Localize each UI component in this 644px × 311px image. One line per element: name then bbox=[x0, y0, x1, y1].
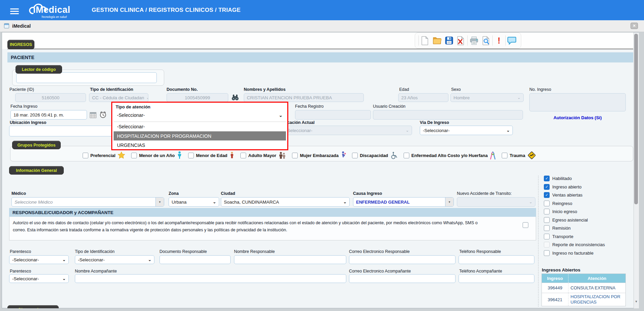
warning-icon[interactable]: ! bbox=[493, 35, 505, 46]
tab-ingresos-label: INGRESOS bbox=[10, 42, 32, 47]
parentesco-responsable-select[interactable]: -Seleccionar-⌄ bbox=[9, 255, 69, 264]
sexo-label: Sexo bbox=[451, 87, 461, 92]
section-responsable: RESPONSABLE/CUIDADOR y ACOMPAÑANTE bbox=[9, 208, 536, 217]
menor-un-ano-checkbox[interactable] bbox=[131, 153, 137, 158]
nombre-acompanante-input[interactable] bbox=[75, 274, 346, 283]
ubicacion-actual-select: -Seleccionar-⌄ bbox=[283, 126, 412, 135]
grupo-enfermedad-alto-costo: Enfermedad Alto Costo y/o Huerfana bbox=[404, 151, 496, 160]
telefono-responsable-input[interactable] bbox=[459, 255, 534, 264]
discapacidad-checkbox[interactable] bbox=[352, 153, 358, 158]
nombres-field: CRISTIAN ATENCION PRUEBA PRUEBA bbox=[244, 93, 364, 102]
enfermedad-alto-costo-checkbox[interactable] bbox=[404, 153, 409, 158]
adulto-mayor-checkbox[interactable] bbox=[240, 153, 246, 158]
grupo-menor-edad: Menor de Edad bbox=[188, 152, 235, 159]
print-icon[interactable] bbox=[468, 35, 480, 46]
ciudad-select[interactable]: Soacha, CUNDINAMARCA⌄ bbox=[221, 197, 350, 207]
documento-value: 1005450999 bbox=[185, 95, 210, 100]
tipo-identificacion-responsable-select[interactable]: -Seleccionar-⌄ bbox=[75, 255, 154, 264]
chevron-down-icon: ⌄ bbox=[277, 113, 283, 118]
nombre-responsable-input[interactable] bbox=[234, 255, 346, 264]
consent-checkbox[interactable] bbox=[523, 222, 528, 228]
transporte-checkbox[interactable] bbox=[544, 234, 550, 239]
app-logo[interactable]: iMedical Tecnología en salud bbox=[30, 1, 74, 20]
grupo-mujer-embarazada: Mujer Embarazada bbox=[292, 151, 346, 159]
table-row[interactable]: 396449 CONSULTA EXTERNA bbox=[542, 283, 625, 293]
chevron-down-icon: ⌄ bbox=[60, 276, 66, 281]
egreso-asistencial-checkbox[interactable] bbox=[544, 217, 550, 223]
correo-responsable-label: Correo Electronico Responsable bbox=[349, 249, 410, 254]
mujer-embarazada-checkbox[interactable] bbox=[292, 153, 298, 158]
autorizacion-datos-link[interactable]: Autorización Datos (Si) bbox=[529, 115, 626, 120]
fecha-ingreso-input[interactable]: 18 mar. 2026 05:41 p. m. bbox=[10, 110, 87, 120]
clock-icon[interactable] bbox=[99, 111, 107, 120]
breadcrumb[interactable]: GESTION CLINICA / REGISTROS CLINICOS / T… bbox=[92, 7, 241, 14]
habilitado-checkbox[interactable]: ✓ bbox=[544, 176, 550, 181]
tipo-identificacion-responsable-label: Tipo de Identificación bbox=[75, 249, 115, 254]
documento-field: 1005450999 bbox=[167, 93, 228, 102]
correo-responsable-input[interactable] bbox=[349, 255, 456, 264]
scrollbar-thumb[interactable] bbox=[634, 34, 638, 204]
zona-select[interactable]: Urbana⌄ bbox=[169, 197, 219, 207]
accidente-transito-label: Nuevo Accidente de Transito: bbox=[457, 191, 512, 196]
dropdown-option[interactable]: URGENCIAS bbox=[114, 141, 286, 150]
dropdown-option-highlighted[interactable]: HOSPITALIZACION POR PROGRAMACION bbox=[114, 131, 286, 140]
logo-subtitle: Tecnología en salud bbox=[41, 15, 67, 19]
via-ingreso-select[interactable]: -Seleccionar-⌄ bbox=[420, 126, 513, 135]
tipo-atencion-dropdown: Tipo de atención -Seleccionar- ⌄ -Selecc… bbox=[111, 102, 288, 150]
correo-acompanante-input[interactable] bbox=[349, 274, 456, 283]
new-document-icon[interactable] bbox=[419, 35, 431, 46]
toolbar-strip bbox=[2, 32, 634, 49]
print-preview-icon[interactable] bbox=[480, 35, 492, 46]
close-icon[interactable]: ✕ bbox=[631, 23, 638, 29]
ingreso-abierto-checkbox[interactable]: ✓ bbox=[544, 184, 550, 190]
lector-badge-label: Lector de código bbox=[22, 67, 56, 72]
reingreso-checkbox[interactable] bbox=[544, 201, 550, 206]
menor-edad-checkbox[interactable] bbox=[188, 153, 194, 158]
tipo-atencion-label: Tipo de atención bbox=[116, 104, 150, 109]
dropdown-button-icon[interactable]: ▼ bbox=[445, 198, 453, 206]
window-titlebar bbox=[0, 20, 644, 32]
consent-text: Autorizo el uso de mis datos de contacto… bbox=[13, 219, 488, 234]
tipo-atencion-select[interactable]: -Seleccionar- ⌄ bbox=[114, 110, 286, 120]
grupo-discapacidad: Discapacidad bbox=[352, 152, 398, 159]
dropdown-button-icon[interactable]: ▼ bbox=[155, 198, 164, 206]
documento-responsable-input[interactable] bbox=[159, 255, 231, 264]
causa-ingreso-combobox[interactable]: ENFERMEDAD GENERAL ▼ bbox=[353, 197, 454, 207]
flag-ventas-abiertas: ✓Ventas abiertas bbox=[544, 192, 583, 198]
ventas-abiertas-checkbox[interactable]: ✓ bbox=[544, 192, 550, 198]
remision-checkbox[interactable] bbox=[544, 225, 550, 231]
flag-inicio-egreso: Inicio egreso bbox=[544, 209, 577, 214]
search-patient-icon[interactable] bbox=[232, 94, 239, 102]
comment-icon[interactable] bbox=[506, 35, 518, 46]
window-title: iMedical bbox=[12, 23, 31, 29]
dropdown-option[interactable]: -Seleccionar- bbox=[114, 122, 286, 131]
delete-document-icon[interactable] bbox=[455, 35, 467, 46]
usuario-creacion-field bbox=[373, 110, 523, 120]
preferencial-checkbox[interactable] bbox=[83, 153, 88, 158]
inicio-egreso-checkbox[interactable] bbox=[544, 209, 550, 214]
medico-combobox[interactable]: Seleccione Médico ▼ bbox=[11, 197, 164, 207]
paciente-id-value: 5160500 bbox=[42, 95, 60, 100]
lector-codigo-input[interactable] bbox=[16, 72, 157, 83]
medico-placeholder: Seleccione Médico bbox=[14, 200, 53, 205]
scrollbar-down-arrow-icon[interactable]: ▼ bbox=[634, 300, 638, 303]
nombres-label: Nombres y Apellidos bbox=[244, 87, 286, 92]
no-ingreso-label: No. Ingreso bbox=[529, 87, 551, 92]
pregnant-icon bbox=[341, 151, 346, 159]
open-folder-icon[interactable] bbox=[431, 35, 443, 46]
ingreso-no-facturable-checkbox[interactable] bbox=[544, 250, 550, 256]
hamburger-menu-icon[interactable] bbox=[10, 7, 19, 16]
grupos-protegidos-badge: Grupos Protegidos bbox=[12, 141, 61, 149]
tab-ingresos[interactable]: INGRESOS bbox=[7, 40, 34, 49]
column-atencion[interactable]: Atención bbox=[568, 274, 625, 283]
fecha-registro-label: Fecha Registro bbox=[295, 104, 324, 109]
parentesco-acompanante-select[interactable]: -Seleccionar-⌄ bbox=[9, 274, 69, 283]
telefono-acompanante-input[interactable] bbox=[459, 274, 534, 283]
table-header: Ingreso Atención bbox=[542, 274, 625, 283]
table-row[interactable]: 396421 HOSPITALIZACION POR URGENCIAS bbox=[542, 293, 625, 306]
calendar-icon[interactable] bbox=[90, 112, 96, 120]
trauma-checkbox[interactable] bbox=[502, 153, 507, 158]
column-ingreso[interactable]: Ingreso bbox=[542, 274, 568, 283]
save-icon[interactable] bbox=[443, 35, 455, 46]
flag-transporte: Transporte bbox=[544, 234, 573, 239]
